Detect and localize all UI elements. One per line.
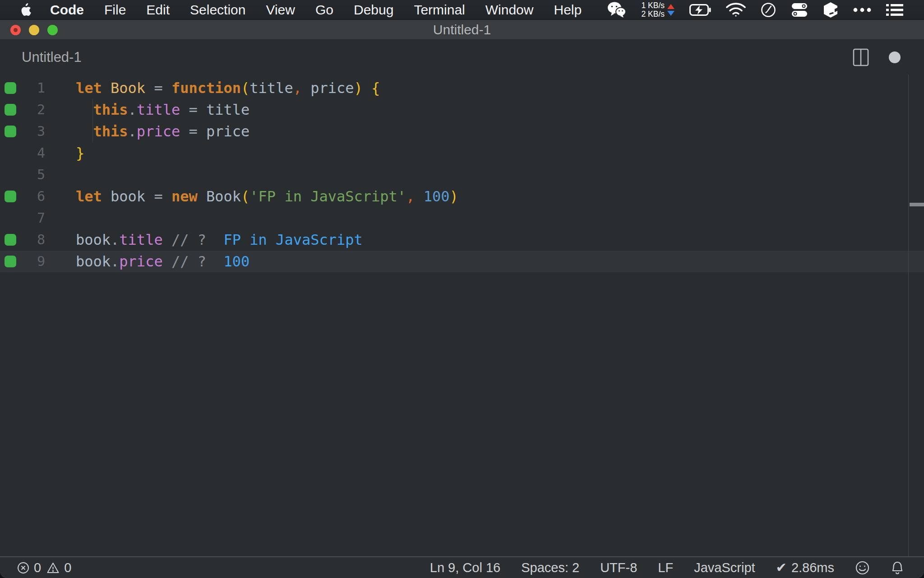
screen: CodeFileEditSelectionViewGoDebugTerminal… (0, 0, 924, 578)
line-number: 1 (21, 77, 45, 99)
quokka-coverage-marker[interactable] (5, 82, 16, 94)
list-icon[interactable] (886, 4, 903, 16)
perf-time: 2.86ms (791, 560, 834, 575)
gutter-decoration-cell (0, 186, 21, 207)
menu-go[interactable]: Go (315, 2, 333, 17)
quokka-coverage-marker[interactable] (5, 126, 16, 137)
download-speed: 2 KB/s (641, 10, 665, 19)
menu-window[interactable]: Window (485, 2, 534, 17)
menu-help[interactable]: Help (554, 2, 582, 17)
menu-selection[interactable]: Selection (190, 2, 245, 17)
apple-icon[interactable] (20, 3, 32, 17)
wifi-icon[interactable] (726, 3, 746, 17)
code-text: } (76, 142, 84, 164)
code-line-9[interactable]: 9book.price // ? 100 (0, 251, 924, 272)
code-line-3[interactable]: 3 this.price = price (0, 121, 924, 142)
quokka-coverage-marker[interactable] (5, 256, 16, 267)
vscode-window: Untitled-1 Untitled-1 1let Book = functi… (0, 20, 924, 578)
line-number: 9 (21, 251, 45, 272)
window-title: Untitled-1 (0, 20, 924, 40)
clock-icon[interactable] (761, 2, 776, 18)
menu-code[interactable]: Code (50, 2, 84, 17)
code-line-5[interactable]: 5 (0, 164, 924, 186)
statusbar-language-mode[interactable]: JavaScript (694, 560, 755, 575)
problems-errors[interactable]: 0 (17, 560, 41, 575)
code-text: this.title = title (76, 99, 249, 121)
editor-header: Untitled-1 (0, 40, 924, 75)
quokka-coverage-marker[interactable] (5, 191, 16, 202)
code-text: let Book = function(title, price) { (76, 77, 380, 99)
indent-guide (92, 99, 93, 142)
tab-untitled-1[interactable]: Untitled-1 (22, 49, 82, 65)
line-number: 7 (21, 207, 45, 229)
code-line-1[interactable]: 1let Book = function(title, price) { (0, 77, 924, 99)
menu-terminal[interactable]: Terminal (414, 2, 465, 17)
split-editor-icon[interactable] (853, 48, 869, 66)
window-titlebar[interactable]: Untitled-1 (0, 20, 924, 40)
quokka-coverage-marker[interactable] (5, 234, 16, 246)
code-line-2[interactable]: 2 this.title = title (0, 99, 924, 121)
line-number: 8 (21, 229, 45, 251)
ellipsis-icon[interactable] (853, 8, 871, 12)
gutter-decoration-cell (0, 77, 21, 99)
line-number: 3 (21, 121, 45, 142)
warning-count: 0 (64, 560, 71, 575)
gutter-decoration-cell (0, 229, 21, 251)
network-speed-indicator[interactable]: 1 KB/s 2 KB/s (641, 1, 675, 19)
statusbar-encoding[interactable]: UTF-8 (600, 560, 637, 575)
statusbar-cursor-position[interactable]: Ln 9, Col 16 (430, 560, 500, 575)
download-arrow-icon (667, 11, 675, 16)
problems-warnings[interactable]: 0 (46, 560, 71, 575)
gutter-decoration-cell (0, 207, 21, 229)
gutter-decoration-cell (0, 121, 21, 142)
gutter-decoration-cell (0, 99, 21, 121)
error-count: 0 (34, 560, 41, 575)
wechat-icon[interactable] (607, 2, 626, 18)
code-line-6[interactable]: 6let book = new Book('FP in JavaScript',… (0, 186, 924, 207)
notifications-bell-icon[interactable] (891, 560, 904, 575)
quokka-perf[interactable]: ✔ 2.86ms (776, 560, 834, 575)
line-number: 4 (21, 142, 45, 164)
status-bar: 0 0 Ln 9, Col 16Spaces: 2UTF-8LFJavaScri… (0, 556, 924, 578)
gutter-decoration-cell (0, 142, 21, 164)
code-line-7[interactable]: 7 (0, 207, 924, 229)
battery-charging-icon[interactable] (689, 4, 711, 16)
macos-menu-bar: CodeFileEditSelectionViewGoDebugTerminal… (0, 0, 924, 20)
menu-view[interactable]: View (266, 2, 295, 17)
upload-arrow-icon (667, 4, 675, 9)
unsaved-changes-indicator[interactable] (889, 51, 901, 63)
gutter-decoration-cell (0, 251, 21, 272)
feedback-smiley-icon[interactable] (855, 560, 870, 575)
menu-debug[interactable]: Debug (354, 2, 393, 17)
menu-file[interactable]: File (104, 2, 126, 17)
cube-icon[interactable] (823, 2, 838, 18)
statusbar-eol[interactable]: LF (658, 560, 673, 575)
code-text: let book = new Book('FP in JavaScript', … (76, 186, 458, 207)
overview-ruler-border (908, 75, 909, 556)
code-text: book.price // ? 100 (76, 251, 249, 272)
code-text: this.price = price (76, 121, 249, 142)
menu-edit[interactable]: Edit (146, 2, 170, 17)
line-number: 5 (21, 164, 45, 186)
line-number: 6 (21, 186, 45, 207)
code-line-4[interactable]: 4} (0, 142, 924, 164)
overview-ruler-cursor-mark[interactable] (910, 203, 924, 206)
statusbar-indentation[interactable]: Spaces: 2 (521, 560, 579, 575)
code-line-8[interactable]: 8book.title // ? FP in JavaScript (0, 229, 924, 251)
gutter-decoration-cell (0, 164, 21, 186)
code-editor[interactable]: 1let Book = function(title, price) {2 th… (0, 75, 924, 556)
upload-speed: 1 KB/s (641, 1, 665, 10)
toggles-icon[interactable] (791, 2, 808, 18)
code-text: book.title // ? FP in JavaScript (76, 229, 363, 251)
quokka-coverage-marker[interactable] (5, 104, 16, 116)
check-icon: ✔ (776, 560, 787, 575)
line-number: 2 (21, 99, 45, 121)
